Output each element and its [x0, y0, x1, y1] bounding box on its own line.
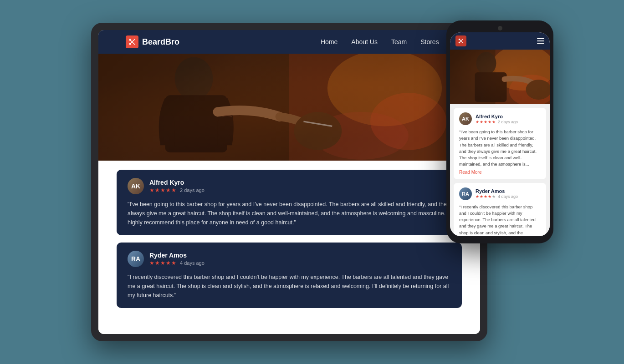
phone-reviewer-name-1: Alfred Kyro [476, 114, 518, 119]
pstar-1-3: ★ [484, 120, 487, 124]
phone-review-header-1: AK Alfred Kyro ★ ★ ★ ★ ★ 2 days ago [459, 112, 541, 125]
nav-stores[interactable]: Stores [420, 38, 439, 46]
phone-reviewer-info-2: Ryder Amos ★ ★ ★ ★ ★ 4 days ago [476, 188, 518, 199]
review-time-2: 4 days ago [180, 260, 205, 266]
star-2-1: ★ [149, 260, 154, 266]
phone-review-card-2: RA Ryder Amos ★ ★ ★ ★ ★ 4 days ago [454, 183, 546, 237]
brand-name: BeardBro [142, 37, 179, 47]
hero-barber-illustration [98, 54, 480, 161]
phone-review-header-2: RA Ryder Amos ★ ★ ★ ★ ★ 4 days ago [459, 187, 541, 200]
phone-reviewer-meta-1: ★ ★ ★ ★ ★ 2 days ago [476, 120, 518, 124]
pstar-2-2: ★ [480, 194, 483, 199]
phone-review-time-2: 4 days ago [498, 194, 518, 199]
tablet-navbar: BeardBro Home About Us Team Stores Labs [98, 30, 480, 54]
hamburger-line-1 [537, 38, 544, 39]
svg-point-11 [294, 112, 342, 150]
star-2-2: ★ [155, 260, 160, 266]
star-1-5: ★ [171, 187, 176, 193]
scissors-icon [128, 38, 136, 46]
phone-reviews-section: AK Alfred Kyro ★ ★ ★ ★ ★ 2 days ago [450, 104, 550, 236]
star-2-3: ★ [160, 260, 165, 266]
star-1-2: ★ [155, 187, 160, 193]
reviewer-meta-1: ★ ★ ★ ★ ★ 2 days ago [149, 187, 451, 193]
phone-screen: AK Alfred Kyro ★ ★ ★ ★ ★ 2 days ago [450, 32, 550, 236]
phone-review-text-2: "I recently discovered this barber shop … [459, 204, 541, 237]
reviewer-meta-2: ★ ★ ★ ★ ★ 4 days ago [149, 260, 451, 266]
phone-review-card-1: AK Alfred Kyro ★ ★ ★ ★ ★ 2 days ago [454, 108, 546, 179]
review-text-1: "I've been going to this barber shop for… [128, 200, 451, 227]
phone-avatar-alfred: AK [459, 112, 472, 125]
read-more-1[interactable]: Read More [459, 170, 541, 175]
svg-point-21 [476, 52, 496, 75]
star-2-5: ★ [171, 260, 176, 266]
phone-avatar-ryder: RA [459, 187, 472, 200]
phone-hero-illustration [450, 50, 550, 104]
phone-device: AK Alfred Kyro ★ ★ ★ ★ ★ 2 days ago [446, 20, 553, 243]
tablet-device: BeardBro Home About Us Team Stores Labs [91, 23, 487, 341]
phone-brand-icon [455, 35, 466, 46]
star-2-4: ★ [166, 260, 171, 266]
star-1-3: ★ [160, 187, 165, 193]
pstar-2-5: ★ [492, 194, 496, 199]
phone-review-text-1: "I've been going to this barber shop for… [459, 129, 541, 168]
phone-stars-2: ★ ★ ★ ★ ★ [476, 194, 496, 199]
reviews-section: AK Alfred Kyro ★ ★ ★ ★ ★ 2 days ago [98, 161, 480, 334]
svg-rect-22 [475, 72, 507, 102]
star-1-1: ★ [149, 187, 154, 193]
phone-notch [498, 26, 502, 30]
phone-hero-image [450, 50, 550, 104]
pstar-2-3: ★ [484, 194, 487, 199]
review-header-1: AK Alfred Kyro ★ ★ ★ ★ ★ 2 days ago [128, 178, 451, 194]
reviewer-info-2: Ryder Amos ★ ★ ★ ★ ★ 4 days ago [149, 252, 451, 266]
star-1-4: ★ [166, 187, 171, 193]
nav-links: Home About Us Team Stores Labs [321, 38, 466, 46]
phone-scissors-icon [458, 38, 464, 44]
phone-reviewer-info-1: Alfred Kyro ★ ★ ★ ★ ★ 2 days ago [476, 114, 518, 124]
avatar-alfred: AK [128, 178, 144, 194]
reviewer-info-1: Alfred Kyro ★ ★ ★ ★ ★ 2 days ago [149, 179, 451, 193]
review-header-2: RA Ryder Amos ★ ★ ★ ★ ★ 4 days ago [128, 251, 451, 267]
pstar-1-4: ★ [488, 120, 491, 124]
brand-icon [126, 35, 138, 48]
nav-team[interactable]: Team [391, 38, 407, 46]
nav-home[interactable]: Home [321, 38, 338, 46]
review-card-2: RA Ryder Amos ★ ★ ★ ★ ★ 4 days ago [117, 243, 462, 308]
pstar-1-5: ★ [492, 120, 496, 124]
tablet-screen: BeardBro Home About Us Team Stores Labs [98, 30, 480, 334]
phone-reviewer-meta-2: ★ ★ ★ ★ ★ 4 days ago [476, 194, 518, 199]
phone-stars-1: ★ ★ ★ ★ ★ [476, 120, 496, 124]
avatar-ryder: RA [128, 251, 144, 267]
pstar-2-1: ★ [476, 194, 479, 199]
svg-point-9 [175, 57, 213, 100]
reviewer-name-1: Alfred Kyro [149, 179, 451, 186]
hero-image [98, 54, 480, 161]
nav-about[interactable]: About Us [351, 38, 378, 46]
hamburger-line-2 [537, 40, 544, 41]
review-card-1: AK Alfred Kyro ★ ★ ★ ★ ★ 2 days ago [117, 170, 462, 235]
review-text-2: "I recently discovered this barber shop … [128, 273, 451, 300]
phone-navbar [450, 32, 550, 50]
pstar-1-1: ★ [476, 120, 479, 124]
reviewer-name-2: Ryder Amos [149, 252, 451, 259]
phone-review-time-1: 2 days ago [498, 120, 518, 124]
hamburger-line-3 [537, 43, 544, 44]
pstar-2-4: ★ [488, 194, 491, 199]
hamburger-menu[interactable] [537, 38, 544, 44]
brand-logo[interactable]: BeardBro [112, 30, 193, 54]
pstar-1-2: ★ [480, 120, 483, 124]
review-time-1: 2 days ago [180, 187, 205, 193]
phone-reviewer-name-2: Ryder Amos [476, 188, 518, 194]
stars-1: ★ ★ ★ ★ ★ [149, 187, 176, 193]
stars-2: ★ ★ ★ ★ ★ [149, 260, 176, 266]
